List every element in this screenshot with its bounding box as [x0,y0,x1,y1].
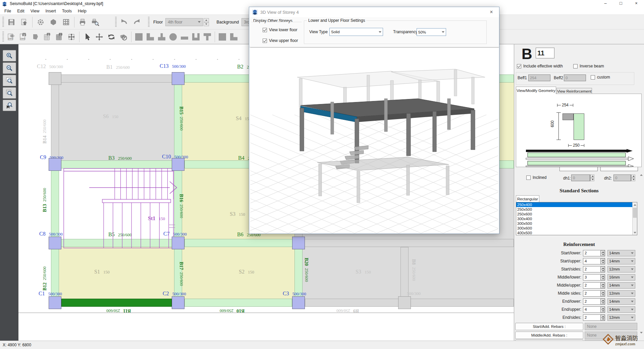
menu-file[interactable]: File [1,8,14,14]
beam-b10[interactable] [184,299,292,307]
close-button[interactable]: × [629,0,644,7]
grid-move-button[interactable] [65,31,77,43]
column-c10[interactable] [172,158,184,171]
middle-add-rebars-button[interactable]: Middle/Add. Rebars : [515,332,583,339]
section-shape-flat[interactable] [179,32,190,42]
floor-spinner[interactable] [204,18,209,26]
print-preview-button[interactable] [89,16,102,28]
size-select[interactable]: 12mm [607,266,635,272]
transparency-select[interactable]: 50% [417,28,446,36]
section-item[interactable]: 250x600 [516,212,637,216]
dwg-view-button[interactable]: DWG [5,31,17,43]
zoom-in-button[interactable] [3,50,16,61]
column-c4-background[interactable] [398,296,411,309]
delete-tool-button[interactable] [117,31,129,43]
rotate-tool-button[interactable] [105,31,117,43]
column-c7[interactable] [172,237,184,249]
size-select[interactable]: 14mm [607,306,635,313]
dialog-3d-view[interactable]: 3D View of Storey 4 × Display Other Stor… [249,7,499,234]
menu-tools[interactable]: Tools [59,8,75,14]
beam-b1[interactable] [49,74,184,83]
scrollbar-thumb[interactable] [633,208,637,218]
size-select[interactable]: 12mm [607,290,635,297]
tab-view-modify-geometry[interactable]: View/Modify Geometry [516,87,556,94]
print-button[interactable] [76,16,89,28]
slab-s6-background[interactable] [59,83,174,160]
section-shape-l-2[interactable] [229,32,239,42]
count-field[interactable]: 4 [583,306,605,313]
size-select[interactable]: 14mm [607,258,635,264]
column-c12-background[interactable] [49,72,61,85]
maximize-button[interactable]: □ [613,0,629,7]
list-scrollbar[interactable] [632,202,637,235]
move-tool-button[interactable] [93,31,105,43]
panel-scroll-up[interactable] [639,172,644,177]
view-upper-floor-checkbox[interactable]: View upper floor [263,38,298,43]
custom-checkbox[interactable]: custom [591,75,610,80]
size-select[interactable]: 12mm [607,314,635,321]
menu-help[interactable]: Help [75,8,90,14]
zoom-window-button[interactable] [3,87,16,99]
tab-rectangular[interactable]: Rectangular [516,195,539,202]
beam-b13[interactable] [51,168,59,239]
section-item[interactable]: 250x500 [516,207,637,212]
menu-insert[interactable]: Insert [43,8,59,14]
section-item[interactable]: 300x400 [516,216,637,221]
beam-number-field[interactable]: 11 [536,48,554,58]
column-c9[interactable] [49,158,61,171]
count-field[interactable]: 2 [583,250,605,256]
column-c1[interactable] [49,296,61,309]
slab-s1[interactable] [59,247,174,299]
count-field[interactable]: 4 [583,258,605,264]
beam-b5[interactable] [49,239,184,247]
column-c2[interactable] [172,296,184,309]
redo-button[interactable] [130,16,143,28]
view-type-select[interactable]: Solid [329,28,383,36]
column-c3[interactable] [292,296,305,309]
settings-gear-button[interactable] [34,16,47,28]
section-shape-inverted-t[interactable] [157,32,167,42]
section-shape-rectangular-2[interactable] [217,32,227,42]
count-field[interactable]: 2 [583,314,605,321]
count-field[interactable]: 2 [583,266,605,272]
grid-view-button[interactable] [60,16,72,28]
polygon-tool-button[interactable] [29,31,41,43]
dialog-close-button[interactable]: × [484,7,498,17]
zoom-extents-button[interactable] [3,75,16,86]
grid-snap-button[interactable] [41,31,53,43]
column-c8[interactable] [49,237,61,249]
slab-s2[interactable] [182,247,294,299]
size-select[interactable]: 16mm [607,274,635,281]
section-item[interactable]: 300x600 [516,226,637,231]
section-shape-rectangular[interactable] [134,32,144,42]
zoom-selection-button[interactable] [3,100,16,111]
size-select[interactable]: 14mm [607,250,635,256]
beam-b11-selected[interactable] [61,299,172,307]
count-field[interactable]: 3 [583,274,605,281]
section-item-selected[interactable]: 250x400 [516,202,637,207]
size-select[interactable]: 14mm [607,298,635,305]
count-field[interactable]: 2 [583,290,605,297]
dwg-snap-button[interactable]: DWG [17,31,29,43]
dialog-title-bar[interactable]: 3D View of Storey 4 × [249,7,499,17]
beam-b14-background[interactable] [51,83,59,160]
count-field[interactable]: 2 [583,298,605,305]
save-button[interactable] [5,16,18,28]
include-effective-width-checkbox[interactable]: Include effective width [517,64,563,68]
menu-view[interactable]: View [28,8,43,14]
inverse-beam-checkbox[interactable]: Inverse beam [573,64,604,68]
draw-polygon-button[interactable] [47,16,60,28]
viewport-3d[interactable] [250,47,499,233]
column-c13[interactable] [172,72,184,85]
zoom-out-button[interactable] [3,62,16,74]
floor-select[interactable]: 4th floor [165,18,203,26]
tab-view-reinforcement[interactable]: View Reinforcement [556,88,592,94]
section-shape-u[interactable] [191,32,201,42]
import-dwg-button[interactable] [18,16,31,28]
sections-listbox[interactable]: 250x400 250x500 250x600 300x400 300x500 … [516,202,637,235]
inclined-checkbox[interactable]: Inclined [526,175,546,180]
column-c6[interactable] [292,237,305,249]
section-shape-l[interactable] [145,32,155,42]
section-shape-t[interactable] [202,32,212,42]
dh1-spinner[interactable] [590,174,594,181]
